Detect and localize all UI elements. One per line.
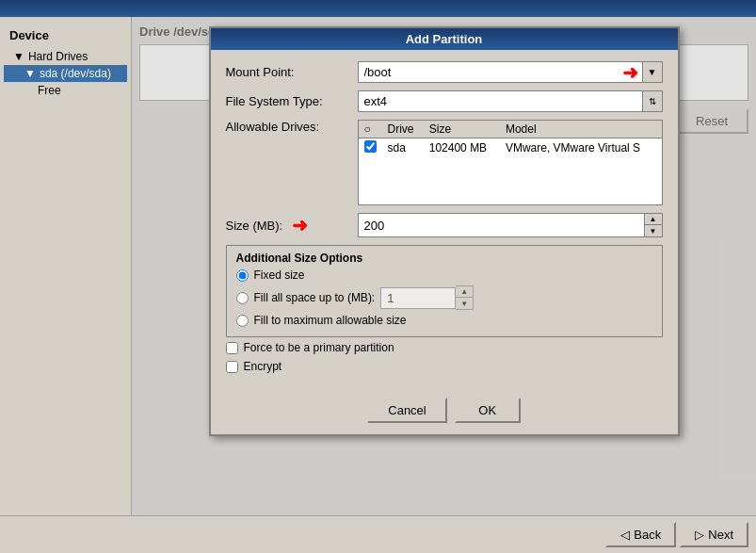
sidebar-item-hard-drives[interactable]: ▼ Hard Drives <box>4 48 127 65</box>
fill-space-increment-button[interactable]: ▲ <box>456 286 473 298</box>
mount-point-row: Mount Point: /boot / /home /tmp /usr /va… <box>226 61 663 83</box>
drive-model-cell: VMware, VMware Virtual S <box>500 138 662 158</box>
ok-button[interactable]: OK <box>455 398 521 423</box>
fill-space-decrement-button[interactable]: ▼ <box>456 298 473 309</box>
size-spinner-wrap: ➜ ▲ ▼ <box>358 213 663 237</box>
mount-point-control: /boot / /home /tmp /usr /var swap ➜ ▼ <box>358 61 663 83</box>
size-label: Size (MB): <box>226 219 358 233</box>
size-input[interactable] <box>358 213 645 237</box>
dialog-title: Add Partition <box>406 32 483 46</box>
back-button[interactable]: ◁ Back <box>605 522 676 547</box>
main-content: Device ▼ Hard Drives ▼ sda (/dev/sda) Fr… <box>0 17 756 515</box>
additional-size-legend: Additional Size Options <box>236 252 652 265</box>
drives-table-wrap: ○ Drive Size Model <box>358 120 663 205</box>
file-system-control: ext4 ext3 ext2 xfs btrfs swap vfat ⇅ <box>358 90 663 112</box>
table-row: sda 102400 MB VMware, VMware Virtual S <box>359 138 662 158</box>
encrypt-row: Encrypt <box>226 360 663 373</box>
next-label: Next <box>708 528 733 542</box>
back-icon: ◁ <box>620 528 630 542</box>
fixed-size-row: Fixed size <box>236 268 652 282</box>
dialog-buttons: Cancel OK <box>211 390 678 434</box>
drive-size-cell: 102400 MB <box>424 138 500 158</box>
allowable-drives-row: Allowable Drives: ○ Drive Size Model <box>226 120 663 205</box>
col-model: Model <box>500 121 662 138</box>
fill-space-spinner: ▲ ▼ <box>380 285 474 310</box>
next-button[interactable]: ▷ Next <box>680 522 748 547</box>
encrypt-label: Encrypt <box>244 360 282 373</box>
drive-name-cell: sda <box>382 138 424 158</box>
file-system-select[interactable]: ext4 ext3 ext2 xfs btrfs swap vfat <box>358 90 663 112</box>
file-system-label: File System Type: <box>226 94 358 108</box>
force-primary-label: Force to be a primary partition <box>244 341 394 354</box>
dialog-overlay: Add Partition Mount Point: /boot / /home… <box>132 17 756 515</box>
fill-space-radio[interactable] <box>236 292 249 304</box>
sda-label: sda (/dev/sda) <box>40 67 111 80</box>
drive-checkbox[interactable] <box>364 140 377 153</box>
mount-point-label: Mount Point: <box>226 65 358 79</box>
top-bar <box>0 0 756 17</box>
additional-size-options: Additional Size Options Fixed size Fill … <box>226 245 663 337</box>
hard-drives-section: ▼ Hard Drives ▼ sda (/dev/sda) Free <box>4 46 127 101</box>
drive-checkbox-cell[interactable] <box>359 138 382 158</box>
fill-space-spinner-btns: ▲ ▼ <box>456 285 474 310</box>
cancel-button[interactable]: Cancel <box>367 398 446 423</box>
sidebar: Device ▼ Hard Drives ▼ sda (/dev/sda) Fr… <box>0 17 132 515</box>
col-size: Size <box>424 121 500 138</box>
fixed-size-label: Fixed size <box>254 268 305 282</box>
fixed-size-radio[interactable] <box>236 269 249 282</box>
size-decrement-button[interactable]: ▼ <box>645 225 662 236</box>
fill-space-label: Fill all space up to (MB): <box>254 291 376 304</box>
col-drive: Drive <box>382 121 424 138</box>
fill-max-row: Fill to maximum allowable size <box>236 314 652 327</box>
sda-arrow-icon: ▼ <box>24 67 36 80</box>
dialog-body: Mount Point: /boot / /home /tmp /usr /va… <box>211 50 678 390</box>
size-spinner-btns: ▲ ▼ <box>645 213 663 237</box>
encrypt-checkbox[interactable] <box>226 361 238 373</box>
allowable-drives-label: Allowable Drives: <box>226 120 358 134</box>
sidebar-item-sda[interactable]: ▼ sda (/dev/sda) <box>4 65 127 82</box>
file-system-row: File System Type: ext4 ext3 ext2 xfs btr… <box>226 90 663 112</box>
sidebar-item-free[interactable]: Free <box>4 82 127 99</box>
add-partition-dialog: Add Partition Mount Point: /boot / /home… <box>209 26 680 436</box>
force-primary-row: Force to be a primary partition <box>226 341 663 354</box>
device-header: Device <box>4 24 127 46</box>
fill-all-space-row: Fill all space up to (MB): ▲ ▼ <box>236 285 652 310</box>
fill-max-radio[interactable] <box>236 315 249 327</box>
fs-dropdown-arrow-icon[interactable]: ⇅ <box>642 90 663 112</box>
drives-table-header: ○ Drive Size Model <box>359 121 662 138</box>
next-icon: ▷ <box>695 528 704 542</box>
fill-max-label: Fill to maximum allowable size <box>254 314 407 327</box>
col-checkbox: ○ <box>359 121 382 138</box>
size-row: Size (MB): ➜ ▲ ▼ <box>226 213 663 237</box>
mount-point-select[interactable]: /boot / /home /tmp /usr /var swap <box>358 61 663 83</box>
free-label: Free <box>38 84 61 97</box>
drives-table: ○ Drive Size Model <box>359 121 662 157</box>
drives-table-padding <box>359 157 662 204</box>
back-label: Back <box>634 528 661 542</box>
hard-drives-label: Hard Drives <box>28 50 88 63</box>
mount-point-dropdown-arrow-icon[interactable]: ▼ <box>642 61 663 83</box>
collapse-arrow-icon: ▼ <box>13 50 24 63</box>
dialog-title-bar: Add Partition <box>211 28 678 50</box>
bottom-bar: ◁ Back ▷ Next <box>0 515 756 553</box>
content-area: Drive /dev/sda (102400 MB) (Model: VMwar… <box>132 17 756 515</box>
size-increment-button[interactable]: ▲ <box>645 214 662 225</box>
fill-space-input[interactable] <box>380 287 456 309</box>
force-primary-checkbox[interactable] <box>226 342 238 354</box>
